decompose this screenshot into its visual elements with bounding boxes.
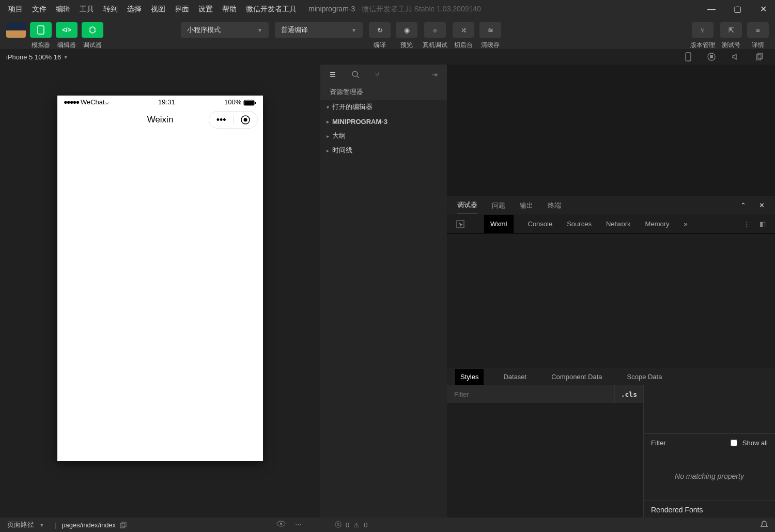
detail-button[interactable]: ≡ 详情 [747, 22, 769, 50]
compile-button[interactable]: ↻ 编译 [369, 22, 391, 50]
app-version: 微信开发者工具 Stable 1.03.2009140 [362, 5, 481, 13]
menu-settings[interactable]: 设置 [194, 3, 217, 16]
svg-point-16 [352, 71, 358, 76]
menu-project[interactable]: 项目 [4, 3, 27, 16]
devtab-network[interactable]: Network [606, 220, 631, 228]
version-button[interactable]: ⑂ 版本管理 [690, 22, 715, 50]
error-count: 0 [346, 521, 349, 529]
collapse-icon[interactable]: ⇥ [432, 71, 438, 79]
remote-debug-button[interactable]: ⟐ 真机调试 [423, 22, 447, 50]
mode-dropdown[interactable]: 小程序模式 ▼ [181, 22, 269, 38]
bell-icon[interactable] [761, 521, 768, 529]
title-bar: 项目 文件 编辑 工具 转到 选择 视图 界面 设置 帮助 微信开发者工具 mi… [0, 0, 775, 18]
battery-icon [243, 100, 257, 106]
sim-controls [685, 52, 769, 61]
dots-icon: ••• [216, 115, 226, 126]
close-panel-icon[interactable]: ✕ [759, 201, 765, 209]
devtab-more-icon[interactable]: » [684, 220, 688, 228]
toolbar-center: 小程序模式 ▼ 普通编译 ▼ ↻ 编译 ◉ 预览 ⟐ 真机调试 ⤭ 切后台 [181, 22, 501, 50]
tab-output[interactable]: 输出 [520, 198, 533, 213]
problem-counts[interactable]: ⓧ0 ⚠0 [335, 520, 367, 529]
menu-tools[interactable]: 工具 [75, 3, 98, 16]
tab-debugger[interactable]: 调试器 [457, 197, 477, 213]
menu-select[interactable]: 选择 [123, 3, 146, 16]
explorer-icon[interactable]: ☰ [330, 71, 336, 79]
tree-timeline[interactable]: ▸时间线 [320, 143, 447, 158]
page-path-value[interactable]: pages/index/index [61, 521, 116, 529]
capsule-close-button[interactable] [234, 115, 257, 125]
simulator-label: 模拟器 [32, 41, 50, 50]
clear-cache-button[interactable]: ≋ 清缓存 [479, 22, 501, 50]
subtab-styles[interactable]: Styles [455, 369, 484, 385]
menu-wechat-devtools[interactable]: 微信开发者工具 [242, 3, 301, 16]
subtab-component-data[interactable]: Component Data [546, 369, 607, 385]
subtab-scope-data[interactable]: Scope Data [622, 369, 668, 385]
styles-filter-row: .cls [447, 385, 643, 403]
copy-path-icon[interactable] [120, 522, 127, 528]
target-icon [240, 115, 251, 125]
project-avatar[interactable] [6, 22, 26, 38]
devtab-wxml[interactable]: Wxml [484, 215, 514, 233]
menu-interface[interactable]: 界面 [171, 3, 193, 16]
menu-help[interactable]: 帮助 [218, 3, 241, 16]
computed-filter-label: Filter [651, 439, 666, 447]
menu-view[interactable]: 视图 [147, 3, 169, 16]
device-icon[interactable] [685, 52, 691, 61]
simulator-toggle[interactable]: 模拟器 [30, 22, 52, 50]
devtab-console[interactable]: Console [528, 220, 553, 228]
stop-icon[interactable] [707, 52, 716, 61]
device-selector[interactable]: iPhone 5 100% 16 [6, 53, 61, 61]
tree-open-editors[interactable]: ▾打开的编辑器 [320, 100, 447, 114]
toolbar: 模拟器 </> 编辑器 调试器 小程序模式 ▼ 普通编译 ▼ ↻ 编译 ◉ 预览 [0, 18, 775, 49]
menu-edit[interactable]: 编辑 [52, 3, 74, 16]
maximize-icon[interactable]: ▢ [730, 4, 745, 14]
editor-toggle[interactable]: </> 编辑器 [56, 22, 78, 50]
show-all-label: Show all [742, 439, 768, 447]
subtab-dataset[interactable]: Dataset [498, 369, 532, 385]
capsule-menu-button[interactable]: ••• [209, 115, 233, 126]
copy-icon[interactable] [755, 53, 764, 61]
compile-btn-label: 编译 [374, 41, 386, 50]
menu-goto[interactable]: 转到 [99, 3, 122, 16]
tab-terminal[interactable]: 终端 [548, 198, 561, 213]
rendered-fonts-header[interactable]: Rendered Fonts [644, 500, 775, 519]
mute-icon[interactable] [732, 53, 740, 61]
background-button[interactable]: ⤭ 切后台 [453, 22, 474, 50]
svg-point-15 [243, 118, 247, 122]
devtools-tabs: Wxml Console Sources Network Memory » ⋮ … [447, 214, 775, 234]
carrier-label: WeChat [81, 98, 105, 106]
styles-rules-empty [447, 403, 643, 519]
chevron-right-icon: ▸ [327, 133, 329, 139]
menu-file[interactable]: 文件 [28, 3, 51, 16]
tree-outline[interactable]: ▸大纲 [320, 129, 447, 143]
test-button[interactable]: ⇱ 测试号 [720, 22, 742, 50]
tab-problems[interactable]: 问题 [492, 198, 505, 213]
svg-rect-0 [38, 26, 44, 34]
devtab-sources[interactable]: Sources [567, 220, 592, 228]
search-icon[interactable] [351, 70, 360, 79]
styles-filter-input[interactable] [447, 390, 614, 398]
compile-dropdown[interactable]: 普通编译 ▼ [275, 22, 363, 38]
element-picker-icon[interactable] [456, 220, 464, 228]
show-all-checkbox[interactable] [731, 440, 737, 446]
preview-button[interactable]: ◉ 预览 [396, 22, 417, 50]
remote-label: 真机调试 [423, 41, 447, 50]
svg-rect-9 [756, 55, 761, 60]
tree-project-root[interactable]: ▸MINIPROGRAM-3 [320, 114, 447, 129]
kebab-icon[interactable]: ⋮ [743, 220, 750, 228]
devtab-memory[interactable]: Memory [645, 220, 670, 228]
signal-icon: ●●●●● [64, 98, 79, 106]
debugger-toggle[interactable]: 调试器 [82, 22, 103, 50]
activity-bar: ☰ ⑂ ⇥ [320, 65, 447, 84]
chevron-up-icon[interactable]: ⌃ [740, 201, 746, 209]
eye-icon[interactable] [276, 521, 286, 529]
toolbar-right: ⑂ 版本管理 ⇱ 测试号 ≡ 详情 [690, 22, 769, 50]
close-icon[interactable]: ✕ [755, 4, 771, 14]
more-icon[interactable]: ⋯ [295, 521, 302, 529]
git-icon[interactable]: ⑂ [375, 71, 379, 79]
cls-toggle[interactable]: .cls [614, 385, 643, 403]
upload-icon: ⇱ [729, 26, 734, 34]
minimize-icon[interactable]: — [704, 5, 719, 14]
debugger-label: 调试器 [83, 41, 102, 50]
dock-icon[interactable]: ◧ [760, 220, 766, 228]
